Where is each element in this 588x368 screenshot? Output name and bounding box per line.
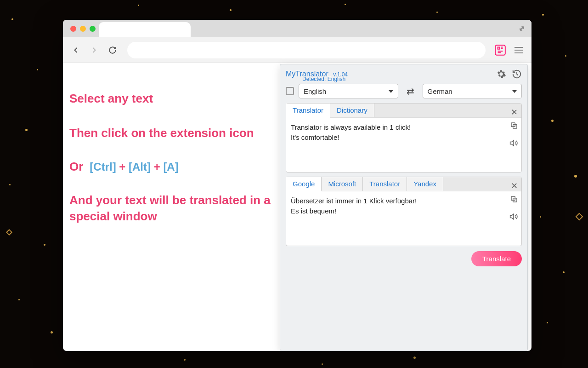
source-language-select[interactable]: English: [299, 84, 398, 98]
window-maximize-button[interactable]: [90, 26, 96, 32]
expand-icon[interactable]: [518, 24, 526, 33]
reload-button[interactable]: [105, 43, 120, 58]
speak-output-icon[interactable]: [509, 212, 519, 221]
target-language-select[interactable]: German: [423, 84, 522, 98]
menu-button[interactable]: [511, 43, 526, 58]
auto-detect-checkbox[interactable]: [286, 87, 294, 95]
browser-toolbar: [63, 37, 531, 63]
swap-languages-button[interactable]: ⇄: [403, 86, 418, 97]
copy-input-icon[interactable]: [509, 121, 519, 130]
instruction-line-1: Select any text: [69, 91, 274, 107]
keyboard-shortcut: [Ctrl] + [Alt] + [A]: [90, 161, 178, 173]
forward-button[interactable]: [87, 43, 102, 58]
instruction-line-2: Then click on the extension icon: [69, 125, 274, 141]
extension-icon[interactable]: [493, 43, 508, 58]
back-button[interactable]: [68, 43, 83, 58]
svg-rect-0: [495, 45, 505, 55]
detected-language-label: Detected: English: [302, 76, 345, 82]
instructions-panel: Select any text Then click on the extens…: [63, 63, 279, 351]
window-close-button[interactable]: [70, 26, 76, 32]
translator-popup: MyTranslator v.1.04 Detected: English En…: [280, 64, 528, 351]
clear-output-icon[interactable]: ✕: [511, 181, 518, 191]
traffic-lights: [70, 26, 96, 32]
copy-output-icon[interactable]: [509, 195, 519, 204]
translate-button[interactable]: Translate: [471, 251, 522, 266]
instruction-line-3: And your text will be translated in a sp…: [69, 192, 274, 224]
window-minimize-button[interactable]: [80, 26, 86, 32]
instruction-or: Or: [69, 160, 83, 174]
address-bar[interactable]: [127, 42, 486, 58]
settings-icon[interactable]: [496, 69, 506, 79]
output-pane: Google Microsoft Translator Yandex ✕ Übe…: [286, 177, 522, 246]
input-pane: Translator Dictionary ✕ Translator is al…: [286, 103, 522, 172]
browser-tab[interactable]: [99, 22, 191, 37]
tab-google[interactable]: Google: [286, 177, 322, 191]
titlebar: [63, 20, 531, 37]
tab-translator[interactable]: Translator: [286, 104, 330, 118]
tab-yandex[interactable]: Yandex: [407, 177, 443, 191]
browser-window: Select any text Then click on the extens…: [63, 20, 531, 351]
tab-translator-engine[interactable]: Translator: [363, 177, 407, 191]
input-textarea[interactable]: Translator is always available in 1 clic…: [286, 118, 521, 172]
tab-microsoft[interactable]: Microsoft: [322, 177, 363, 191]
speak-input-icon[interactable]: [509, 138, 519, 148]
tab-dictionary[interactable]: Dictionary: [330, 104, 374, 117]
output-text: Übersetzer ist immer in 1 Klick verfügba…: [286, 191, 521, 246]
history-icon[interactable]: [512, 69, 522, 79]
clear-input-icon[interactable]: ✕: [511, 107, 518, 117]
